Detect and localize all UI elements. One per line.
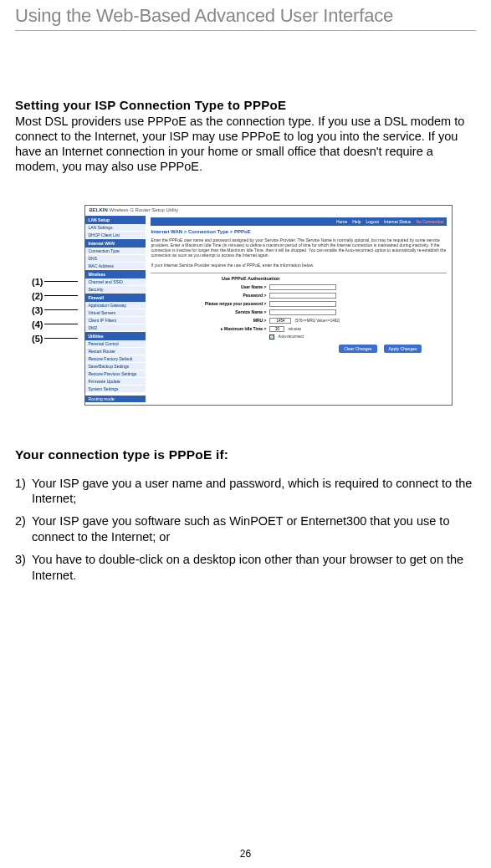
title-divider: [15, 30, 476, 31]
sb-virtual-servers[interactable]: Virtual Servers: [85, 309, 146, 317]
username-input[interactable]: [269, 284, 336, 290]
nav-status-value: No Connection: [416, 219, 443, 224]
sb-internet-wan: Internet WAN: [85, 239, 146, 248]
mini-brand: BELKIN: [89, 207, 107, 212]
nav-status-label: Internet Status: [384, 219, 412, 224]
retype-input[interactable]: [269, 301, 336, 307]
step-1-text: Your ISP gave you a user name and passwo…: [32, 476, 476, 508]
steps-list: 1) Your ISP gave you a user name and pas…: [15, 476, 476, 584]
sb-firmware[interactable]: Firmware Update: [85, 378, 146, 385]
service-label: Service Name >: [201, 309, 266, 314]
sb-restart[interactable]: Restart Router: [85, 348, 146, 355]
retype-label: Please retype your password >: [201, 301, 266, 306]
row-username: User Name >: [151, 284, 447, 290]
sb-utilities: Utilities: [85, 332, 146, 340]
callout-2: (2): [32, 291, 78, 301]
callout-3: (3): [32, 305, 78, 315]
mru-label: MRU >: [201, 318, 266, 323]
row-service: Service Name >: [151, 309, 447, 315]
password-input[interactable]: [269, 293, 336, 299]
sb-wireless: Wireless: [85, 270, 146, 278]
nav-help[interactable]: Help: [352, 219, 361, 224]
row-password: Password >: [151, 293, 447, 299]
callout-5: (5): [32, 334, 78, 344]
nav-logout[interactable]: Logout: [366, 219, 379, 224]
sb-mac[interactable]: MAC Address: [85, 263, 146, 270]
callout-labels: (1) (2) (3) (4) (5): [32, 205, 78, 406]
sb-app-gateway[interactable]: Application Gateway: [85, 302, 146, 309]
screenshot-figure: (1) (2) (3) (4) (5) BELKIN Wireless G Ro…: [32, 205, 476, 406]
mini-sidebar: LAN Setup LAN Settings DHCP Client List …: [85, 214, 146, 405]
sb-lan-setup: LAN Setup: [85, 216, 146, 224]
sb-restore-factory[interactable]: Restore Factory Default: [85, 355, 146, 363]
sb-routing-mode: Routing mode:: [85, 396, 146, 403]
step-3-text: You have to double-click on a desktop ic…: [32, 552, 476, 584]
sb-system[interactable]: System Settings: [85, 385, 146, 393]
callout-4: (4): [32, 319, 78, 329]
router-ui-screenshot: BELKIN Wireless G Router Setup Utility L…: [84, 205, 453, 406]
clear-changes-button[interactable]: Clear Changes: [339, 345, 376, 353]
intro-paragraph: Most DSL providers use PPPoE as the conn…: [15, 114, 476, 175]
mini-help-text-2: If your Internet Service Provider requir…: [151, 263, 447, 268]
sb-conn-type[interactable]: Connection Type: [85, 248, 146, 255]
idle-hint: minutes: [288, 327, 301, 331]
idle-input[interactable]: 30: [269, 326, 284, 332]
mini-brand-bar: BELKIN Wireless G Router Setup Utility: [85, 206, 452, 214]
sb-restore-prev[interactable]: Restore Previous Settings: [85, 370, 146, 378]
username-label: User Name >: [201, 284, 266, 289]
mru-hint: (576<=MRU Value<=1492): [294, 319, 340, 323]
sb-parental[interactable]: Parental Control: [85, 340, 146, 348]
service-input[interactable]: [269, 309, 336, 315]
mru-input[interactable]: 1454: [269, 318, 291, 324]
mini-section-heading: Use PPPoE Authentication: [151, 273, 447, 281]
sb-lan-settings[interactable]: LAN Settings: [85, 224, 146, 232]
mini-help-text: Enter the PPPoE user name and password a…: [151, 237, 447, 258]
row-autoreconnect: Auto-reconnect: [151, 334, 447, 340]
apply-changes-button[interactable]: Apply Changes: [384, 345, 422, 353]
sb-client-ip[interactable]: Client IP Filters: [85, 317, 146, 324]
sb-dns[interactable]: DNS: [85, 255, 146, 263]
step-3: 3) You have to double-click on a desktop…: [15, 552, 476, 584]
step-1: 1) Your ISP gave you a user name and pas…: [15, 476, 476, 508]
sb-dhcp-list[interactable]: DHCP Client List: [85, 232, 146, 239]
autoreconnect-checkbox[interactable]: [269, 334, 274, 340]
row-retype: Please retype your password >: [151, 301, 447, 307]
callout-1: (1): [32, 277, 78, 287]
sb-channel[interactable]: Channel and SSID: [85, 278, 146, 286]
row-mru: MRU > 1454 (576<=MRU Value<=1492): [151, 318, 447, 324]
mini-main: Home Help Logout Internet Status No Conn…: [146, 214, 452, 405]
page-number: 26: [0, 848, 491, 860]
step-2-text: Your ISP gave you software such as WinPO…: [32, 513, 476, 545]
password-label: Password >: [201, 293, 266, 298]
mini-breadcrumb: Internet WAN > Connection Type > PPPoE: [151, 229, 447, 234]
sb-firewall: Firewall: [85, 294, 146, 302]
sb-dmz[interactable]: DMZ: [85, 324, 146, 332]
sb-save-backup[interactable]: Save/Backup Settings: [85, 363, 146, 370]
sub-heading: Setting your ISP Connection Type to PPPo…: [15, 98, 476, 112]
sb-security[interactable]: Security: [85, 286, 146, 294]
mini-top-nav: Home Help Logout Internet Status No Conn…: [151, 217, 447, 226]
step-2: 2) Your ISP gave you software such as Wi…: [15, 513, 476, 545]
row-idle: ▸ Maximum Idle Time > 30 minutes: [151, 326, 447, 332]
autoreconnect-label: Auto-reconnect: [278, 334, 304, 339]
mini-brand-sub: Wireless G Router Setup Utility: [109, 207, 178, 212]
second-heading: Your connection type is PPPoE if:: [15, 447, 476, 462]
page-title: Using the Web-Based Advanced User Interf…: [15, 5, 476, 27]
nav-home[interactable]: Home: [336, 219, 347, 224]
idle-label: Maximum Idle Time >: [224, 326, 266, 331]
